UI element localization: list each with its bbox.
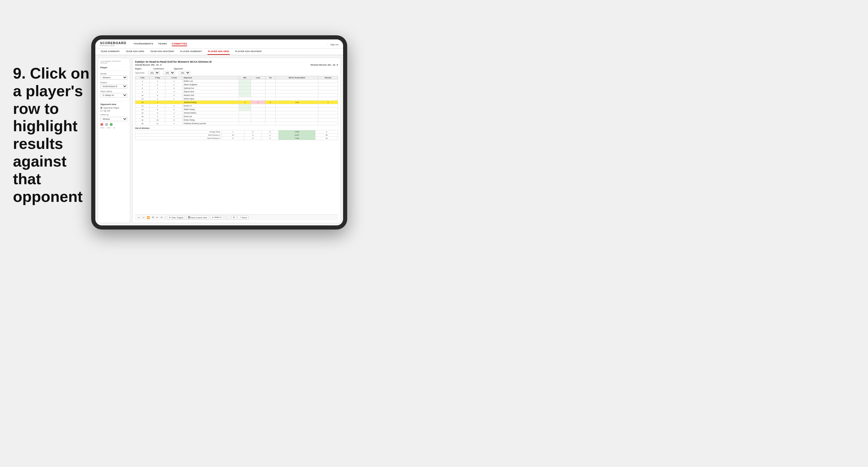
sub-nav-player-h2h-grid[interactable]: PLAYER H2H GRID [208,49,230,55]
division-record: Division Record: 331 - 34 - 6 [311,64,338,66]
region-header: Region [135,68,142,70]
table-row[interactable]: 1063 Andrea York [135,94,338,97]
table-row[interactable]: 1474 Eunice Yi [135,104,338,108]
player-rank-label: Player (Rank) [100,90,127,92]
col-rounds: Rounds [318,76,338,80]
sub-nav-player-h2h-heatmap[interactable]: PLAYER H2H HEATMAP [235,49,262,55]
sub-nav-team-h2h-heatmap[interactable]: TEAM H2H HEATMAP [150,49,175,55]
cell-tie [265,80,276,83]
out-of-division-title: Out of division [135,127,338,129]
sign-out-area: | Sign out [327,41,338,46]
watch-btn[interactable]: 👁 Watch ▾ [210,215,223,220]
conference-header: Conference [153,68,164,70]
view-icon: 👁 [169,217,171,219]
left-panel: Last Updated: 27/03/2024 16:55:28 Player… [98,58,130,223]
colour-dots [100,123,127,126]
undo-icon[interactable]: ↩ [137,216,141,219]
table-row[interactable]: 914 Sharon Mun [135,90,338,94]
table-row[interactable]: 20117 Federica Domecq Lacroze [135,122,338,125]
out-row[interactable]: Foreign Team 100 4.500 2 [135,130,338,133]
colour-legend: Down Level Up [100,127,127,129]
grid-subtitle: Overall Record: 353 - 34 - 6 Division Re… [135,64,338,66]
conference-filter[interactable]: (All) [163,71,175,75]
copy-icon[interactable]: ⧉ [152,216,154,219]
table-row[interactable]: 19106 Emily Chang [135,118,338,122]
timestamp: Last Updated: 27/03/2024 16:55:28 [100,60,127,64]
redo-icon[interactable]: ↪ [142,216,145,219]
refresh-icon[interactable]: ⟳ [160,216,163,219]
cell-reg: 1 [150,80,165,83]
watch-icon: 👁 [212,217,214,219]
cell-opponent: Esther Lee [183,80,239,83]
radio-top100-label: Top 100 [103,110,110,112]
col-win: Win [239,76,251,80]
nav-bar: SCOREBOARD Powered by clippd TOURNAMENTS… [95,39,343,49]
save-custom-view-btn[interactable]: 💾 Save Custom View [186,215,209,220]
bottom-toolbar: ↩ ↪ ⏩ ⧉ ✏ ⟳ 👁 View: Original 💾 Save Cust… [135,214,338,220]
table-row-highlighted[interactable]: 13 1 Jessica Huang 0 1 0 -3.00 2 [135,101,338,104]
opponents-filter-group: Opponents: [135,72,145,74]
table-row[interactable]: 1822 Euna Lee [135,115,338,118]
grid-title: Katelyn Vo Head-to-Head Grid for Women's… [135,60,338,63]
sub-nav-team-summary[interactable]: TEAM SUMMARY [100,49,120,55]
main-content: Last Updated: 27/03/2024 16:55:28 Player… [95,55,343,225]
filters-row-2: Opponents: (All) (All) (All) [135,71,338,75]
nav-teams[interactable]: TEAMS [158,42,167,46]
region-filter[interactable]: (All) [148,71,160,75]
division-select[interactable]: NCAA Division III [100,84,127,89]
radio-top100[interactable]: Top 100 [100,110,127,112]
logo-sub: Powered by clippd [100,45,126,46]
view-original-btn[interactable]: 👁 View: Original [167,216,185,220]
player-section-title: Player [100,66,127,69]
opponents-label: Opponents: [135,72,145,74]
cell-conf: 1 [165,80,183,83]
nav-left: SCOREBOARD Powered by clippd TOURNAMENTS… [100,41,187,46]
grid-table-wrapper: # Div # Reg # Conf Opponent Win Loss Tie… [135,76,338,214]
table-row[interactable]: 613 Sydney Kuo [135,87,338,90]
annotation-text: 9. Click on a player's row to highlight … [13,65,95,206]
tablet-screen: SCOREBOARD Powered by clippd TOURNAMENTS… [95,39,343,225]
logo-area: SCOREBOARD Powered by clippd [100,41,126,46]
overall-record: Overall Record: 353 - 34 - 6 [135,64,161,66]
cell-win [239,80,251,83]
player-rank-select[interactable]: 8. Katelyn Vo [100,93,127,97]
annotation-description: Click on a player's row to highlight res… [13,65,89,205]
table-row[interactable]: 522 Alexis Sudjianto [135,83,338,87]
cell-div: 3 [135,80,150,83]
radio-opponents-played[interactable]: Opponents Played [100,107,127,109]
nav-tournaments[interactable]: TOURNAMENTS [133,42,153,46]
fullscreen-btn[interactable]: ⛶ [224,216,230,220]
col-div: # Div [135,76,150,80]
division-label: Division [100,82,127,84]
share-btn[interactable]: ↗ Share [238,215,249,220]
cell-rounds [318,80,338,83]
sign-out-link[interactable]: Sign out [330,43,338,46]
toolbar-separator [165,216,165,219]
out-row[interactable]: NCAA Division 2 500 7.400 10 [135,137,338,140]
table-row[interactable]: 3 1 1 Esther Lee [135,80,338,83]
right-panel: Katelyn Vo Head-to-Head Grid for Women's… [132,58,341,223]
table-row[interactable]: 1691 Jessica Mason [135,111,338,115]
opponent-filter[interactable]: (All) [179,71,190,75]
opponent-view-title: Opponent view [100,103,127,106]
colour-by-label: Colour by [100,114,127,116]
out-of-division: Out of division Foreign Team 100 4.500 2 [135,127,338,140]
grid-btn[interactable]: ⊞ [231,215,237,220]
nav-committee[interactable]: COMMITTEE [172,42,187,46]
col-conf: # Conf [165,76,183,80]
table-row[interactable]: 1585 Stella Chang [135,108,338,111]
out-of-division-table: Foreign Team 100 4.500 2 NAIA Division 1… [135,130,338,140]
table-row[interactable]: 1331 HeeJo Hyun [135,97,338,101]
col-opponent: Opponent [183,76,239,80]
colour-section: Colour by Win/loss Down Level Up [100,114,127,129]
gender-select[interactable]: Women's [100,75,127,80]
sub-nav-player-summary[interactable]: PLAYER SUMMARY [180,49,203,55]
col-reg: # Reg [150,76,165,80]
out-row[interactable]: NAIA Division 1 1500 9.267 30 [135,133,338,137]
sub-nav-team-h2h-grid[interactable]: TEAM H2H GRID [125,49,145,55]
colour-dot-level [105,123,108,126]
colour-by-select[interactable]: Win/loss [100,117,127,121]
forward-icon[interactable]: ⏩ [146,216,150,219]
edit-icon[interactable]: ✏ [156,216,159,219]
cell-diff [276,80,318,83]
